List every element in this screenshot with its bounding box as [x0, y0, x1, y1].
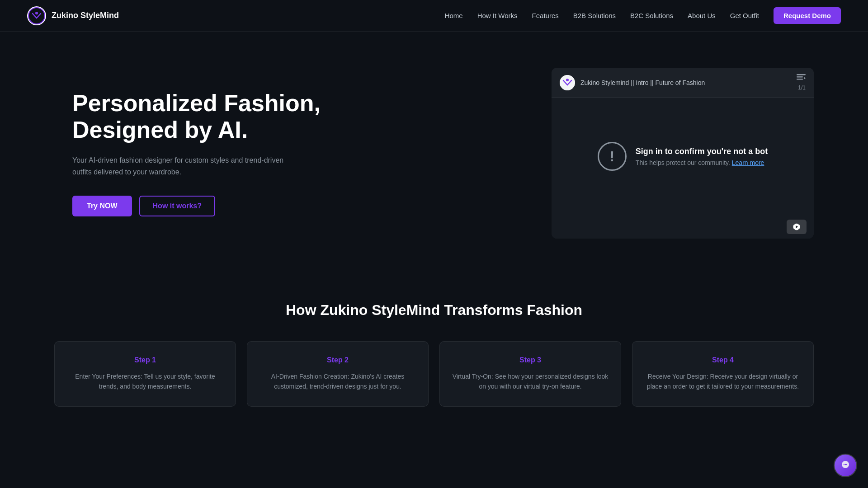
video-sign-in-row: ! Sign in to confirm you're not a bot Th… [598, 142, 768, 171]
svg-point-12 [846, 464, 847, 465]
section-title: How Zukino StyleMind Transforms Fashion [54, 302, 814, 319]
nav-get-outfit[interactable]: Get Outfit [730, 12, 759, 19]
hero-video: Zukino Stylemind || Intro || Future of F… [552, 68, 814, 239]
sign-in-body: This helps protect our community. Learn … [636, 159, 768, 166]
svg-point-2 [560, 75, 575, 90]
hero-section: Personalized Fashion, Designed by AI. Yo… [0, 32, 868, 275]
nav-features[interactable]: Features [532, 12, 559, 19]
brand: Zukino StyleMind [27, 6, 119, 25]
svg-rect-6 [797, 79, 803, 80]
warning-icon: ! [598, 142, 627, 171]
nav-b2c-solutions[interactable]: B2C Solutions [630, 12, 673, 19]
hero-buttons: Try NOW How it works? [72, 196, 335, 216]
step-card-4: Step 4 Receive Your Design: Receive your… [632, 341, 814, 407]
hero-subtitle: Your AI-driven fashion designer for cust… [72, 155, 298, 178]
svg-rect-5 [797, 76, 803, 78]
step-3-label: Step 3 [451, 356, 610, 364]
svg-rect-4 [797, 74, 806, 75]
nav-home[interactable]: Home [445, 12, 463, 19]
step-card-1: Step 1 Enter Your Preferences: Tell us y… [54, 341, 236, 407]
brand-name: Zukino StyleMind [52, 11, 119, 20]
how-it-works-button[interactable]: How it works? [139, 196, 215, 216]
step-card-2: Step 2 AI-Driven Fashion Creation: Zukin… [247, 341, 429, 407]
step-2-label: Step 2 [258, 356, 417, 364]
nav-how-it-works[interactable]: How It Works [477, 12, 518, 19]
brand-logo [27, 6, 46, 25]
nav-links: Home How It Works Features B2B Solutions… [445, 7, 841, 24]
step-1-description: Enter Your Preferences: Tell us your sty… [66, 371, 225, 392]
nav-about-us[interactable]: About Us [688, 12, 716, 19]
svg-point-1 [35, 12, 38, 14]
nav-b2b-solutions[interactable]: B2B Solutions [573, 12, 616, 19]
step-4-description: Receive Your Design: Receive your design… [643, 371, 802, 392]
video-footer [552, 215, 814, 239]
hero-title: Personalized Fashion, Designed by AI. [72, 90, 335, 144]
svg-point-11 [845, 464, 846, 465]
video-sign-in-text: Sign in to confirm you're not a bot This… [636, 147, 768, 166]
video-header-right: 1/1 [797, 74, 806, 91]
playlist-icon [797, 74, 806, 84]
video-header-left: Zukino Stylemind || Intro || Future of F… [560, 75, 705, 90]
navbar: Zukino StyleMind Home How It Works Featu… [0, 0, 868, 32]
svg-point-10 [844, 464, 844, 465]
svg-marker-7 [804, 77, 806, 80]
svg-point-3 [566, 79, 569, 81]
step-2-description: AI-Driven Fashion Creation: Zukino's AI … [258, 371, 417, 392]
hero-content: Personalized Fashion, Designed by AI. Yo… [72, 90, 335, 217]
step-card-3: Step 3 Virtual Try-On: See how your pers… [439, 341, 621, 407]
chat-widget-icon [835, 455, 856, 476]
youtube-play-button[interactable] [787, 220, 807, 234]
step-1-label: Step 1 [66, 356, 225, 364]
video-channel-avatar [560, 75, 575, 90]
video-card: Zukino Stylemind || Intro || Future of F… [552, 68, 814, 239]
learn-more-link[interactable]: Learn more [732, 159, 764, 166]
how-it-works-section: How Zukino StyleMind Transforms Fashion … [0, 275, 868, 443]
request-demo-button[interactable]: Request Demo [774, 7, 841, 24]
step-4-label: Step 4 [643, 356, 802, 364]
step-3-description: Virtual Try-On: See how your personalize… [451, 371, 610, 392]
video-header: Zukino Stylemind || Intro || Future of F… [552, 68, 814, 98]
sign-in-heading: Sign in to confirm you're not a bot [636, 147, 768, 156]
try-now-button[interactable]: Try NOW [72, 196, 132, 216]
chat-widget[interactable] [834, 454, 857, 477]
video-body: ! Sign in to confirm you're not a bot Th… [552, 98, 814, 215]
video-playlist-count: 1/1 [798, 84, 806, 91]
steps-grid: Step 1 Enter Your Preferences: Tell us y… [54, 341, 814, 407]
svg-point-0 [28, 8, 45, 24]
video-channel-title: Zukino Stylemind || Intro || Future of F… [580, 79, 705, 86]
